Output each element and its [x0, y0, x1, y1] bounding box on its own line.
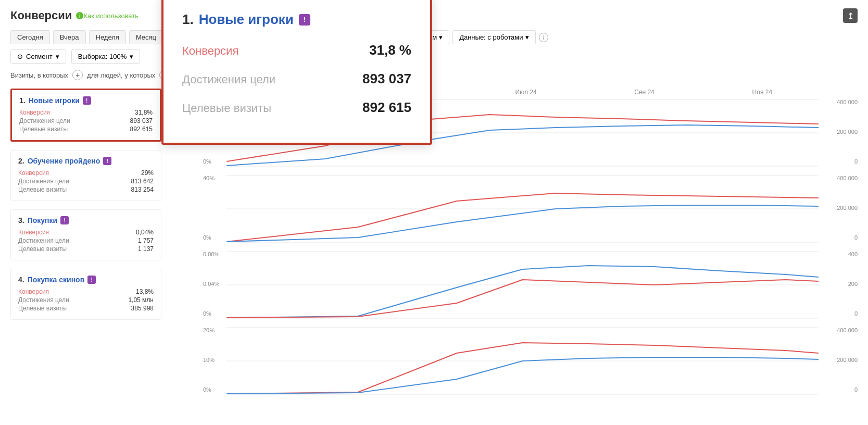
goal-3-conversion-label: Конверсия	[18, 229, 49, 236]
goal-2-visits-value: 813 254	[131, 186, 154, 193]
y-right-1-bot: 0	[837, 158, 858, 165]
page: Конверсии i Как использовать ↥ Сегодня В…	[0, 0, 868, 425]
goal-1-number: 1.	[19, 96, 26, 105]
people-filter-label: для людей, у которых	[87, 71, 155, 79]
goal-2-visits-label: Целевые визиты	[18, 186, 67, 193]
y-right-1-top: 400 000	[837, 99, 858, 105]
chart-section-4: 20% 10% 0% 400 000 200 000 0	[203, 327, 858, 395]
goal-2-achievements-value: 813 642	[131, 178, 154, 185]
y-left-3-mid: 0,04%	[203, 281, 219, 287]
btn-yesterday[interactable]: Вчера	[53, 30, 86, 44]
goal-3-achievements-label: Достижения цели	[18, 237, 69, 244]
goal-1-visits-row: Целевые визиты 892 615	[19, 126, 153, 133]
btn-week[interactable]: Неделя	[89, 30, 126, 44]
toolbar-row: Сегодня Вчера Неделя Месяц Квартал Год ▦…	[10, 30, 858, 44]
y-left-4-mid: 10%	[203, 357, 215, 363]
goal-4-conversion-label: Конверсия	[18, 288, 49, 295]
info-icon: i	[76, 12, 83, 19]
goal-1-achievements-row: Достижения цели 893 037	[19, 117, 153, 124]
goal-4-visits-value: 385 998	[131, 305, 154, 312]
goal-2-badge: !	[103, 157, 111, 165]
popup-badge: !	[299, 14, 310, 26]
goal-3-conversion-row: Конверсия 0,04%	[18, 229, 154, 236]
sample-label: Выборка: 100%	[78, 53, 127, 60]
goal-2-title-text: Обучение пройдено	[28, 157, 100, 165]
goal-4-stats: Конверсия 13,8% Достижения цели 1,05 млн…	[18, 288, 154, 312]
chevron-down-icon-4: ▾	[130, 53, 133, 60]
visits-filter-label: Визиты, в которых	[10, 71, 68, 79]
popup-title: 1. Новые игроки !	[182, 11, 411, 28]
goal-card-4[interactable]: 4. Покупка скинов ! Конверсия 13,8% Дост…	[10, 269, 161, 320]
page-header: Конверсии i Как использовать ↥	[10, 8, 858, 23]
segment-row: ⊙ Сегмент ▾ Выборка: 100% ▾	[10, 49, 858, 64]
x-label-jul: Июл 24	[515, 89, 537, 96]
goal-3-title: 3. Покупки !	[18, 216, 154, 224]
goal-3-title-text: Покупки	[28, 216, 57, 224]
goal-1-title-text: Новые игроки	[29, 96, 80, 105]
goal-1-visits-label: Целевые визиты	[19, 126, 68, 133]
goal-4-conversion-row: Конверсия 13,8%	[18, 288, 154, 295]
goal-card-3[interactable]: 3. Покупки ! Конверсия 0,04% Достижения …	[10, 209, 161, 260]
goal-1-title: 1. Новые игроки !	[19, 96, 153, 105]
chart-section-3: 0,08% 0,04% 0% 400 200 0	[203, 251, 858, 319]
goal-card-1[interactable]: 1. Новые игроки ! Конверсия 31,8% Достиж…	[10, 89, 161, 142]
goal-1-stats: Конверсия 31,8% Достижения цели 893 037 …	[19, 109, 153, 133]
chart-1-y-right: 400 000 200 000 0	[837, 99, 858, 167]
data-button[interactable]: Данные: с роботами ▾	[452, 30, 535, 44]
goal-2-number: 2.	[18, 157, 24, 165]
goal-1-visits-value: 892 615	[130, 126, 153, 133]
sample-button[interactable]: Выборка: 100% ▾	[71, 49, 141, 64]
goal-3-visits-row: Целевые визиты 1 137	[18, 245, 154, 253]
goal-2-conversion-value: 29%	[141, 169, 154, 177]
btn-today[interactable]: Сегодня	[10, 30, 50, 44]
goal-2-stats: Конверсия 29% Достижения цели 813 642 Це…	[18, 169, 154, 193]
segment-button[interactable]: ⊙ Сегмент ▾	[10, 49, 66, 64]
segment-icon: ⊙	[17, 53, 23, 60]
y-left-2-bot: 0%	[203, 234, 215, 241]
popup-overlay: 1. Новые игроки ! Конверсия 31,8 % Дости…	[161, 0, 432, 145]
popup-visits-label: Целевые визиты	[182, 102, 271, 115]
chevron-down-icon: ▾	[439, 33, 443, 41]
goal-4-achievements-label: Достижения цели	[18, 296, 69, 304]
chevron-down-icon-2: ▾	[525, 33, 529, 41]
goal-3-achievements-value: 1 757	[138, 237, 154, 244]
goal-2-conversion-label: Конверсия	[18, 169, 49, 177]
add-visit-filter-button[interactable]: +	[72, 70, 83, 80]
y-right-3-top: 400	[848, 251, 858, 257]
popup-conversion-value: 31,8 %	[369, 42, 411, 58]
y-left-1-bot: 0%	[203, 158, 215, 165]
y-left-2-top: 40%	[203, 175, 215, 181]
page-title: Конверсии	[10, 9, 72, 22]
goal-2-conversion-row: Конверсия 29%	[18, 169, 154, 177]
btn-month[interactable]: Месяц	[129, 30, 163, 44]
goal-4-badge: !	[87, 276, 96, 284]
help-link-text: Как использовать	[83, 12, 139, 20]
chart-3-svg	[227, 251, 819, 319]
goal-1-conversion-value: 31,8%	[135, 109, 153, 116]
y-right-4-bot: 0	[837, 386, 858, 393]
goal-4-title: 4. Покупка скинов !	[18, 276, 154, 284]
data-label: Данные: с роботами	[459, 33, 523, 41]
y-right-2-bot: 0	[837, 234, 858, 241]
y-left-4-top: 20%	[203, 327, 215, 333]
goal-3-badge: !	[60, 216, 69, 224]
y-right-1-mid: 200 000	[837, 129, 858, 135]
info-button[interactable]: i	[539, 33, 548, 42]
goal-3-stats: Конверсия 0,04% Достижения цели 1 757 Це…	[18, 229, 154, 253]
y-left-3-top: 0,08%	[203, 251, 219, 257]
segment-label: Сегмент	[26, 53, 53, 60]
chart-4-y-right: 400 000 200 000 0	[837, 327, 858, 395]
goal-2-achievements-label: Достижения цели	[18, 178, 69, 185]
share-icon[interactable]: ↥	[843, 8, 858, 23]
goal-4-achievements-row: Достижения цели 1,05 млн	[18, 296, 154, 304]
goal-card-2[interactable]: 2. Обучение пройдено ! Конверсия 29% Дос…	[10, 150, 161, 201]
chart-3-y-left: 0,08% 0,04% 0%	[203, 251, 219, 319]
goal-1-badge: !	[83, 96, 91, 105]
goal-1-conversion-row: Конверсия 31,8%	[19, 109, 153, 116]
chart-2-svg	[227, 175, 819, 243]
popup-visits-value: 892 615	[362, 99, 411, 116]
y-right-2-top: 400 000	[837, 175, 858, 181]
goal-1-conversion-label: Конверсия	[19, 109, 50, 116]
goal-4-conversion-value: 13,8%	[136, 288, 154, 295]
help-link[interactable]: Как использовать	[83, 12, 139, 20]
